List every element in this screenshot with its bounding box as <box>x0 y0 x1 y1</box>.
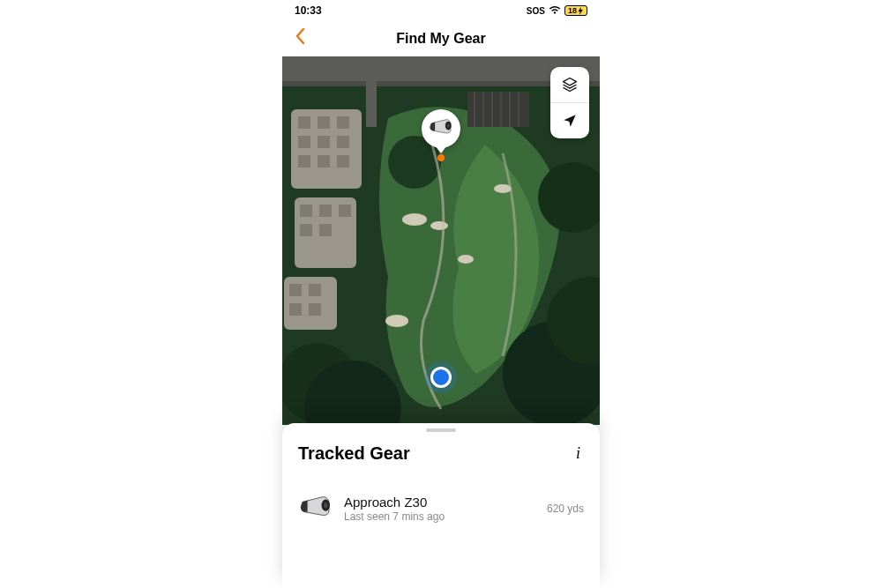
svg-point-9 <box>458 255 474 264</box>
svg-rect-36 <box>467 92 529 127</box>
svg-rect-33 <box>309 284 321 296</box>
svg-rect-29 <box>339 205 351 217</box>
status-bar: 10:33 SOS 18 <box>282 0 600 21</box>
svg-rect-20 <box>337 116 349 129</box>
svg-rect-24 <box>298 155 310 167</box>
location-arrow-icon <box>562 113 578 129</box>
nav-bar: Find My Gear <box>282 21 600 56</box>
gear-marker-avatar <box>422 109 460 148</box>
gear-name: Approach Z30 <box>344 495 536 510</box>
svg-point-8 <box>430 221 448 230</box>
svg-rect-22 <box>318 136 330 148</box>
gear-thumbnail <box>298 491 333 526</box>
svg-rect-28 <box>319 205 332 217</box>
svg-point-10 <box>385 315 408 327</box>
svg-rect-31 <box>319 224 332 236</box>
svg-point-44 <box>447 123 450 128</box>
svg-rect-27 <box>300 205 312 217</box>
page-title: Find My Gear <box>396 31 485 47</box>
sheet-title: Tracked Gear <box>298 443 410 464</box>
layers-icon <box>561 76 579 93</box>
map-layers-button[interactable] <box>550 67 589 102</box>
wifi-icon <box>549 5 561 17</box>
gear-distance: 620 yds <box>547 502 584 515</box>
status-icons: SOS 18 <box>527 5 587 17</box>
svg-rect-30 <box>300 224 312 236</box>
map-controls <box>550 67 589 138</box>
battery-indicator: 18 <box>564 5 587 16</box>
svg-rect-34 <box>289 303 302 316</box>
sos-indicator: SOS <box>527 6 545 16</box>
svg-rect-18 <box>298 116 310 129</box>
map-locate-button[interactable] <box>550 102 589 138</box>
map-view[interactable] <box>282 56 600 425</box>
svg-point-46 <box>324 502 328 509</box>
svg-rect-32 <box>289 284 302 296</box>
svg-rect-14 <box>366 56 377 127</box>
sheet-grabber[interactable] <box>426 428 456 432</box>
back-button[interactable] <box>291 24 309 54</box>
info-button[interactable]: i <box>572 441 584 466</box>
status-time: 10:33 <box>295 4 322 17</box>
rangefinder-icon <box>299 494 333 524</box>
svg-rect-21 <box>298 136 310 148</box>
rangefinder-icon <box>429 117 453 140</box>
svg-rect-19 <box>318 116 330 129</box>
gear-map-marker[interactable] <box>422 109 460 161</box>
svg-rect-25 <box>318 155 330 167</box>
svg-rect-23 <box>337 136 349 148</box>
gear-list-item[interactable]: Approach Z30 Last seen 7 mins ago 620 yd… <box>282 486 600 532</box>
chevron-left-icon <box>295 27 305 45</box>
svg-point-7 <box>402 213 427 226</box>
gear-marker-dot <box>437 154 445 161</box>
tracked-gear-sheet[interactable]: Tracked Gear i Approach Z30 <box>282 423 600 588</box>
user-location-dot <box>430 367 452 388</box>
svg-rect-26 <box>337 155 349 167</box>
svg-rect-35 <box>309 303 321 316</box>
gear-last-seen: Last seen 7 mins ago <box>344 510 536 523</box>
